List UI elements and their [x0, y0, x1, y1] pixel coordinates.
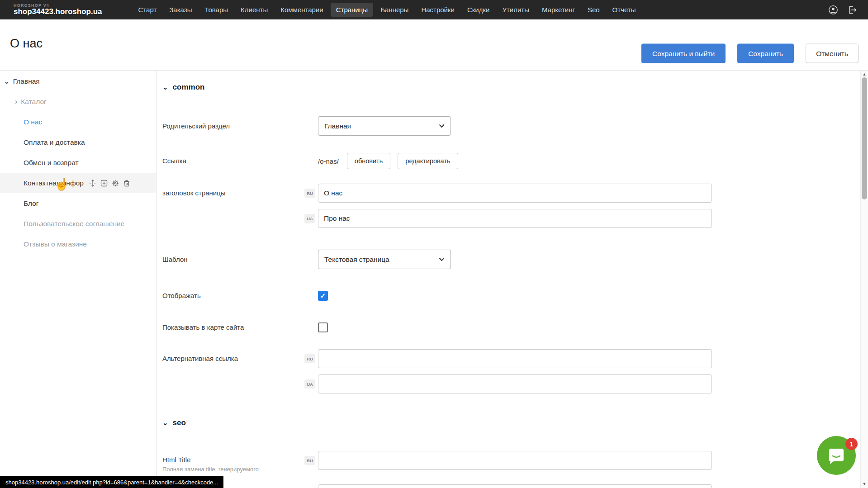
tree-item-hover-actions	[89, 180, 130, 187]
nav-item-marketing[interactable]: Маркетинг	[536, 3, 580, 17]
tree-item-user-agreement[interactable]: Пользовательское соглашение	[0, 213, 156, 234]
sitemap-checkbox[interactable]	[318, 322, 328, 332]
tree-item-label: Главная	[13, 77, 40, 85]
chevron-down-icon[interactable]: ⌄	[4, 78, 9, 85]
field-label: Альтернативная ссылка	[162, 349, 312, 368]
html-title-ua-input[interactable]	[318, 484, 712, 488]
form-row-alt-link-ru: Альтернативная ссылка RU	[157, 349, 860, 368]
page-title-ru-input[interactable]	[318, 184, 712, 203]
nav-item-clients[interactable]: Клиенты	[235, 3, 273, 17]
tree-item-label: Контактная инфор	[24, 179, 84, 187]
logo-domain-label: shop34423.horoshop.ua	[14, 8, 102, 16]
nav-item-pages[interactable]: Страницы	[331, 3, 373, 17]
chat-unread-badge: 1	[845, 438, 858, 450]
nav-item-products[interactable]: Товары	[199, 3, 233, 17]
tree-item-catalog[interactable]: › Каталог	[0, 91, 156, 112]
page-title-ua-input[interactable]	[318, 209, 712, 228]
cancel-button[interactable]: Отменить	[806, 44, 859, 63]
app-logo[interactable]: HOROSHOP V4 shop34423.horoshop.ua	[14, 4, 102, 16]
link-refresh-button[interactable]: обновить	[347, 153, 390, 169]
tree-item-exchange-return[interactable]: Обмен и возврат	[0, 152, 156, 173]
lang-ru-badge: RU	[304, 189, 315, 198]
page-title: О нас	[10, 37, 43, 51]
form-row-html-title-ua: UA	[157, 484, 860, 488]
chevron-down-icon	[439, 124, 445, 128]
lang-ua-badge: UA	[304, 379, 315, 389]
display-checkbox[interactable]: ✓	[318, 291, 328, 301]
main-nav: Старт Заказы Товары Клиенты Комментарии …	[133, 3, 641, 17]
section-seo[interactable]: ⌄ seo	[162, 418, 186, 427]
select-value: Главная	[324, 122, 351, 130]
link-preview-statusbar: shop34423.horoshop.ua/edit/edit.php?id=6…	[0, 476, 223, 488]
tree-item-home[interactable]: ⌄ Главная	[0, 71, 156, 91]
scrollbar-thumb[interactable]	[862, 77, 867, 199]
chat-widget-button[interactable]: 1	[817, 436, 856, 475]
trash-icon[interactable]	[123, 180, 130, 187]
alt-link-ua-input[interactable]	[318, 374, 712, 393]
select-value: Текстовая страница	[324, 256, 389, 264]
nav-item-seo[interactable]: Seo	[582, 3, 605, 17]
chat-bubble-icon	[827, 447, 845, 465]
lang-ru-badge: RU	[304, 354, 315, 363]
nav-item-reports[interactable]: Отчеты	[607, 3, 641, 17]
nav-item-discounts[interactable]: Скидки	[462, 3, 495, 17]
pages-tree-sidebar: ⌄ Главная › Каталог О нас Оплата и доста…	[0, 71, 157, 488]
tree-item-label: Пользовательское соглашение	[24, 220, 124, 228]
page-header: О нас Сохранить и выйти Сохранить Отмени…	[0, 19, 868, 71]
nav-item-start[interactable]: Старт	[133, 3, 162, 17]
form-row-page-title-ru: заголовок страницы RU	[157, 184, 860, 203]
tree-item-label: Каталог	[21, 98, 46, 106]
vertical-scrollbar[interactable]: ▲ ▼	[860, 71, 868, 488]
tree-item-label: Оплата и доставка	[24, 138, 85, 147]
field-hint: Полная замена title, генерируемого	[162, 466, 312, 473]
topbar-right-icons	[828, 5, 857, 15]
page-edit-form: ⌄ common Родительский раздел Главная Ссы…	[157, 71, 860, 488]
field-label: Html Title	[162, 456, 312, 464]
field-label: Отображать	[162, 291, 312, 301]
move-icon[interactable]	[89, 180, 96, 187]
scroll-up-icon[interactable]: ▲	[861, 72, 868, 76]
form-row-alt-link-ua: UA	[157, 374, 860, 393]
tree-item-store-reviews[interactable]: Отзывы о магазине	[0, 234, 156, 254]
chevron-down-icon: ⌄	[162, 83, 168, 91]
html-title-ru-input[interactable]	[318, 451, 712, 470]
chevron-right-icon[interactable]: ›	[15, 98, 17, 106]
check-icon: ✓	[320, 292, 326, 300]
section-title: common	[173, 83, 205, 92]
tree-item-about-us[interactable]: О нас	[0, 112, 156, 132]
nav-item-banners[interactable]: Баннеры	[375, 3, 414, 17]
scroll-down-icon[interactable]: ▼	[861, 482, 868, 486]
header-actions: Сохранить и выйти Сохранить Отменить	[641, 44, 859, 63]
tree-item-label: Обмен и возврат	[24, 159, 79, 167]
nav-item-comments[interactable]: Комментарии	[275, 3, 328, 17]
field-label: Показывать в карте сайта	[162, 322, 312, 332]
tree-item-payment-delivery[interactable]: Оплата и доставка	[0, 132, 156, 152]
tree-item-blog[interactable]: Блог	[0, 193, 156, 213]
link-edit-button[interactable]: редактировать	[398, 153, 458, 169]
alt-link-ru-input[interactable]	[318, 349, 712, 368]
section-common[interactable]: ⌄ common	[162, 83, 204, 92]
save-button[interactable]: Сохранить	[737, 44, 794, 63]
save-and-exit-button[interactable]: Сохранить и выйти	[641, 44, 726, 63]
template-select[interactable]: Текстовая страница	[318, 250, 451, 269]
section-title: seo	[173, 418, 186, 427]
parent-section-select[interactable]: Главная	[318, 116, 451, 136]
link-path-value: /o-nas/	[318, 157, 339, 165]
form-row-page-title-ua: UA	[157, 209, 860, 228]
nav-item-settings[interactable]: Настройки	[416, 3, 460, 17]
form-row-html-title-ru: Html Title Полная замена title, генериру…	[157, 451, 860, 470]
logout-icon[interactable]	[847, 5, 857, 15]
field-label: Родительский раздел	[162, 116, 312, 136]
add-icon[interactable]	[100, 180, 108, 187]
gear-icon[interactable]	[112, 180, 119, 187]
lang-ua-badge: UA	[304, 214, 315, 223]
tree-item-label: Отзывы о магазине	[24, 240, 87, 248]
tree-item-contact-info[interactable]: Контактная инфор	[0, 173, 156, 193]
field-label-block: Html Title Полная замена title, генериру…	[162, 451, 312, 473]
nav-item-utilities[interactable]: Утилиты	[497, 3, 535, 17]
chevron-down-icon	[439, 257, 445, 261]
field-label: Шаблон	[162, 250, 312, 269]
nav-item-orders[interactable]: Заказы	[164, 3, 197, 17]
account-icon[interactable]	[828, 5, 838, 15]
status-url: shop34423.horoshop.ua/edit/edit.php?id=6…	[5, 479, 218, 486]
